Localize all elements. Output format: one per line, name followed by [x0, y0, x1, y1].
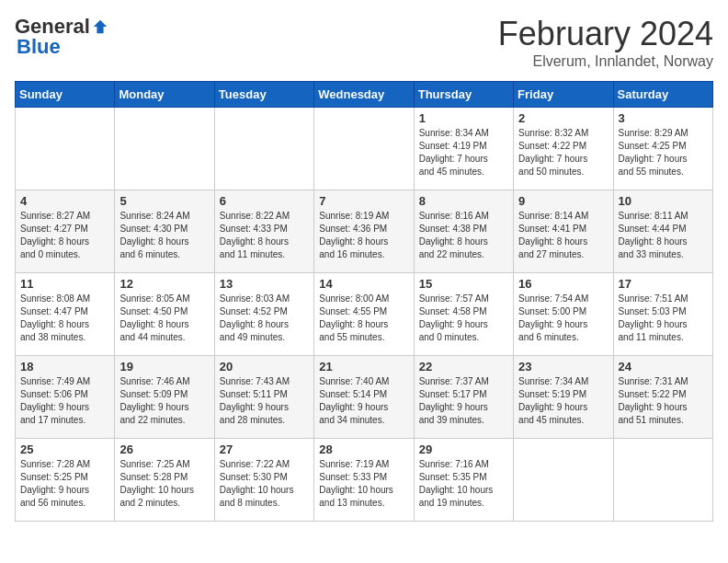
day-number: 11: [20, 277, 109, 291]
day-number: 10: [619, 194, 708, 208]
day-number: 9: [518, 194, 608, 208]
day-info: Sunrise: 8:14 AMSunset: 4:41 PMDaylight:…: [518, 210, 608, 261]
day-number: 22: [419, 360, 508, 373]
calendar-week-4: 18Sunrise: 7:49 AMSunset: 5:06 PMDayligh…: [16, 356, 713, 439]
month-title: February 2024: [498, 15, 713, 53]
day-number: 18: [20, 360, 109, 373]
day-number: 3: [619, 111, 708, 125]
title-area: February 2024 Elverum, Innlandet, Norway: [498, 15, 713, 70]
weekday-header-sunday: Sunday: [16, 82, 115, 108]
day-info: Sunrise: 8:16 AMSunset: 4:38 PMDaylight:…: [419, 210, 508, 261]
day-number: 1: [419, 111, 508, 125]
calendar-cell: 18Sunrise: 7:49 AMSunset: 5:06 PMDayligh…: [16, 356, 115, 439]
calendar-cell: 1Sunrise: 8:34 AMSunset: 4:19 PMDaylight…: [414, 108, 513, 190]
calendar-cell: 16Sunrise: 7:54 AMSunset: 5:00 PMDayligh…: [514, 273, 613, 356]
calendar-cell: 12Sunrise: 8:05 AMSunset: 4:50 PMDayligh…: [115, 273, 214, 356]
calendar-cell: 27Sunrise: 7:22 AMSunset: 5:30 PMDayligh…: [214, 439, 313, 522]
calendar-cell: 4Sunrise: 8:27 AMSunset: 4:27 PMDaylight…: [16, 190, 115, 273]
day-number: 17: [619, 277, 708, 291]
day-info: Sunrise: 8:05 AMSunset: 4:50 PMDaylight:…: [119, 293, 209, 344]
day-info: Sunrise: 7:54 AMSunset: 5:00 PMDaylight:…: [518, 293, 608, 344]
day-info: Sunrise: 7:51 AMSunset: 5:03 PMDaylight:…: [619, 293, 708, 344]
logo: General Blue: [15, 15, 108, 59]
day-number: 2: [518, 111, 608, 125]
day-info: Sunrise: 8:03 AMSunset: 4:52 PMDaylight:…: [220, 293, 309, 344]
weekday-header-monday: Monday: [115, 82, 214, 108]
calendar-cell: 26Sunrise: 7:25 AMSunset: 5:28 PMDayligh…: [115, 439, 214, 522]
calendar-week-1: 1Sunrise: 8:34 AMSunset: 4:19 PMDaylight…: [16, 108, 713, 190]
day-info: Sunrise: 8:29 AMSunset: 4:25 PMDaylight:…: [619, 127, 708, 178]
weekday-header-saturday: Saturday: [613, 82, 712, 108]
day-info: Sunrise: 7:16 AMSunset: 5:35 PMDaylight:…: [419, 458, 508, 510]
day-info: Sunrise: 8:22 AMSunset: 4:33 PMDaylight:…: [220, 210, 309, 261]
calendar-cell: [214, 108, 313, 190]
day-info: Sunrise: 8:00 AMSunset: 4:55 PMDaylight:…: [319, 293, 408, 344]
calendar-cell: 7Sunrise: 8:19 AMSunset: 4:36 PMDaylight…: [314, 190, 414, 273]
day-number: 23: [518, 360, 608, 373]
day-number: 24: [619, 360, 708, 373]
calendar-cell: 13Sunrise: 8:03 AMSunset: 4:52 PMDayligh…: [214, 273, 313, 356]
day-number: 16: [518, 277, 608, 291]
day-info: Sunrise: 8:19 AMSunset: 4:36 PMDaylight:…: [319, 210, 408, 261]
logo-blue-text: Blue: [17, 35, 61, 58]
calendar-cell: 15Sunrise: 7:57 AMSunset: 4:58 PMDayligh…: [414, 273, 513, 356]
calendar-cell: 20Sunrise: 7:43 AMSunset: 5:11 PMDayligh…: [214, 356, 313, 439]
day-number: 28: [319, 442, 408, 456]
day-info: Sunrise: 7:28 AMSunset: 5:25 PMDaylight:…: [20, 458, 109, 510]
weekday-header-thursday: Thursday: [414, 82, 513, 108]
day-number: 6: [220, 194, 309, 208]
calendar-cell: 10Sunrise: 8:11 AMSunset: 4:44 PMDayligh…: [613, 190, 712, 273]
day-number: 4: [20, 194, 109, 208]
day-info: Sunrise: 7:22 AMSunset: 5:30 PMDaylight:…: [220, 458, 309, 510]
day-info: Sunrise: 8:11 AMSunset: 4:44 PMDaylight:…: [619, 210, 708, 261]
day-info: Sunrise: 7:31 AMSunset: 5:22 PMDaylight:…: [619, 375, 708, 427]
day-info: Sunrise: 8:24 AMSunset: 4:30 PMDaylight:…: [119, 210, 209, 261]
weekday-header-friday: Friday: [514, 82, 613, 108]
logo-icon: [92, 18, 108, 35]
day-info: Sunrise: 7:37 AMSunset: 5:17 PMDaylight:…: [419, 375, 508, 427]
calendar-cell: 22Sunrise: 7:37 AMSunset: 5:17 PMDayligh…: [414, 356, 513, 439]
calendar-cell: 29Sunrise: 7:16 AMSunset: 5:35 PMDayligh…: [414, 439, 513, 522]
calendar-week-2: 4Sunrise: 8:27 AMSunset: 4:27 PMDaylight…: [16, 190, 713, 273]
day-number: 26: [119, 442, 209, 456]
calendar-cell: 28Sunrise: 7:19 AMSunset: 5:33 PMDayligh…: [314, 439, 414, 522]
day-info: Sunrise: 8:34 AMSunset: 4:19 PMDaylight:…: [419, 127, 508, 178]
calendar-cell: 19Sunrise: 7:46 AMSunset: 5:09 PMDayligh…: [115, 356, 214, 439]
calendar-cell: [514, 439, 613, 522]
calendar-cell: 11Sunrise: 8:08 AMSunset: 4:47 PMDayligh…: [16, 273, 115, 356]
day-info: Sunrise: 7:34 AMSunset: 5:19 PMDaylight:…: [518, 375, 608, 427]
day-number: 13: [220, 277, 309, 291]
day-number: 15: [419, 277, 508, 291]
calendar-cell: 6Sunrise: 8:22 AMSunset: 4:33 PMDaylight…: [214, 190, 313, 273]
day-number: 19: [119, 360, 209, 373]
day-info: Sunrise: 7:43 AMSunset: 5:11 PMDaylight:…: [220, 375, 309, 427]
calendar-cell: [314, 108, 414, 190]
day-info: Sunrise: 7:57 AMSunset: 4:58 PMDaylight:…: [419, 293, 508, 344]
day-info: Sunrise: 7:25 AMSunset: 5:28 PMDaylight:…: [119, 458, 209, 510]
day-number: 27: [220, 442, 309, 456]
calendar-cell: 9Sunrise: 8:14 AMSunset: 4:41 PMDaylight…: [514, 190, 613, 273]
day-number: 7: [319, 194, 408, 208]
day-number: 21: [319, 360, 408, 373]
calendar-header-row: SundayMondayTuesdayWednesdayThursdayFrid…: [16, 82, 713, 108]
day-info: Sunrise: 8:08 AMSunset: 4:47 PMDaylight:…: [20, 293, 109, 344]
calendar-cell: 5Sunrise: 8:24 AMSunset: 4:30 PMDaylight…: [115, 190, 214, 273]
day-number: 25: [20, 442, 109, 456]
weekday-header-wednesday: Wednesday: [314, 82, 414, 108]
day-number: 5: [119, 194, 209, 208]
calendar-week-3: 11Sunrise: 8:08 AMSunset: 4:47 PMDayligh…: [16, 273, 713, 356]
day-number: 20: [220, 360, 309, 373]
day-number: 29: [419, 442, 508, 456]
day-info: Sunrise: 7:46 AMSunset: 5:09 PMDaylight:…: [119, 375, 209, 427]
calendar-cell: [613, 439, 712, 522]
day-number: 8: [419, 194, 508, 208]
calendar-cell: 14Sunrise: 8:00 AMSunset: 4:55 PMDayligh…: [314, 273, 414, 356]
calendar-cell: [16, 108, 115, 190]
calendar-cell: 25Sunrise: 7:28 AMSunset: 5:25 PMDayligh…: [16, 439, 115, 522]
location-title: Elverum, Innlandet, Norway: [498, 53, 713, 70]
day-info: Sunrise: 7:40 AMSunset: 5:14 PMDaylight:…: [319, 375, 408, 427]
page-header: General Blue February 2024 Elverum, Innl…: [15, 15, 713, 70]
calendar-cell: 21Sunrise: 7:40 AMSunset: 5:14 PMDayligh…: [314, 356, 414, 439]
calendar-cell: 24Sunrise: 7:31 AMSunset: 5:22 PMDayligh…: [613, 356, 712, 439]
calendar-cell: 8Sunrise: 8:16 AMSunset: 4:38 PMDaylight…: [414, 190, 513, 273]
